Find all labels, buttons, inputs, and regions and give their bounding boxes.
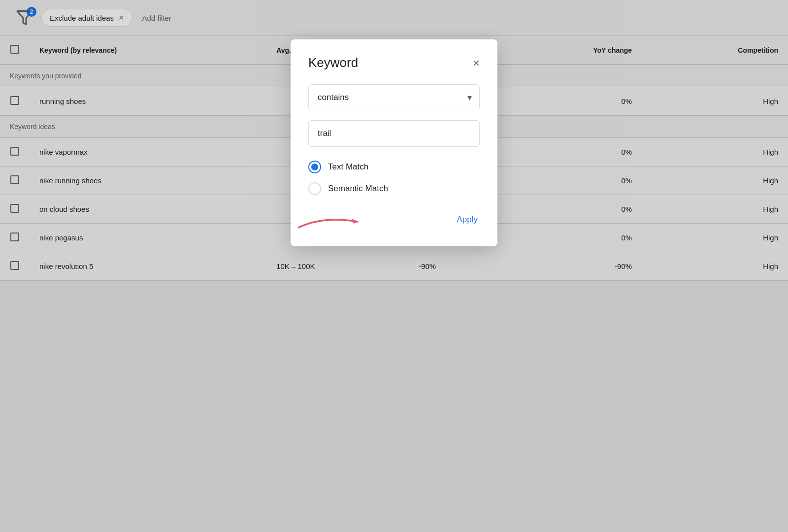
keyword-filter-input[interactable] [308,120,480,147]
modal-header: Keyword × [308,55,480,70]
apply-button[interactable]: Apply [455,211,480,229]
match-type-radio-group: Text Match Semantic Match [308,161,480,195]
text-match-radio-inner [311,164,318,170]
semantic-match-option[interactable]: Semantic Match [308,182,480,195]
semantic-match-label: Semantic Match [328,184,388,194]
modal-close-button[interactable]: × [473,57,480,69]
modal-overlay: Keyword × contains does not contain is ▾… [0,0,788,532]
condition-dropdown-wrapper: contains does not contain is ▾ [308,84,480,110]
modal-footer: Apply [308,211,480,229]
modal-title: Keyword [308,55,358,70]
text-match-option[interactable]: Text Match [308,161,480,173]
text-match-label: Text Match [328,162,368,172]
apply-arrow-annotation [294,211,372,233]
condition-dropdown[interactable]: contains does not contain is [308,84,480,110]
semantic-match-radio-circle[interactable] [308,182,321,195]
text-match-radio-circle[interactable] [308,161,321,173]
keyword-filter-modal: Keyword × contains does not contain is ▾… [291,39,497,246]
